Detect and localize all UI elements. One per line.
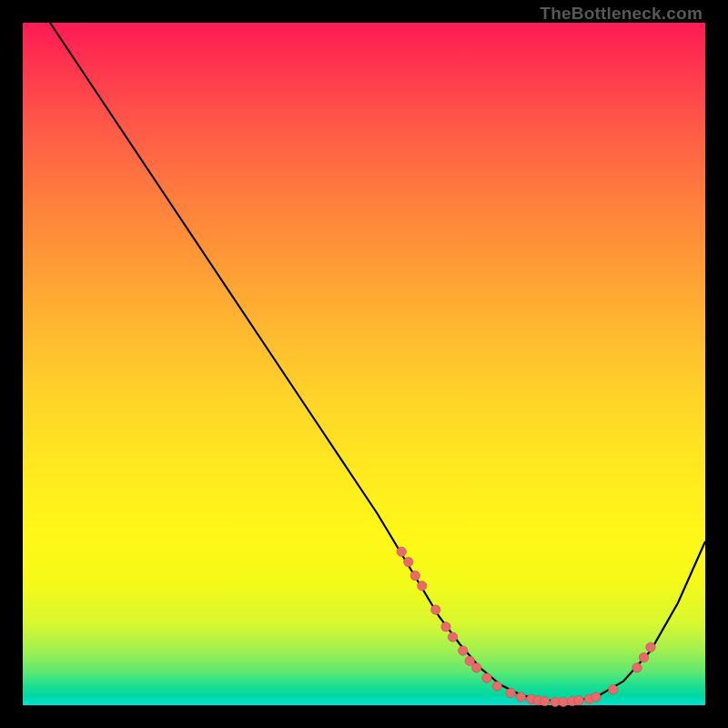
bottleneck-chart [23,23,705,705]
data-point [482,673,491,682]
data-point [646,642,655,652]
data-point [574,696,583,705]
data-point [492,682,501,691]
data-point [632,663,642,672]
curve-line [50,23,705,702]
data-point [559,697,568,706]
data-point [431,605,440,614]
data-point [448,632,457,642]
data-point [516,693,525,702]
data-point [506,688,515,697]
data-point [639,652,648,662]
data-point [410,571,420,580]
data-point [418,581,427,591]
data-point [592,693,601,702]
data-point [397,547,406,556]
data-points [397,547,655,706]
watermark-text: TheBottleneck.com [540,4,703,24]
data-point [441,622,450,632]
data-point [459,646,468,655]
data-point [404,557,413,566]
data-point [541,696,550,705]
data-point [472,663,481,672]
data-point [609,685,618,694]
